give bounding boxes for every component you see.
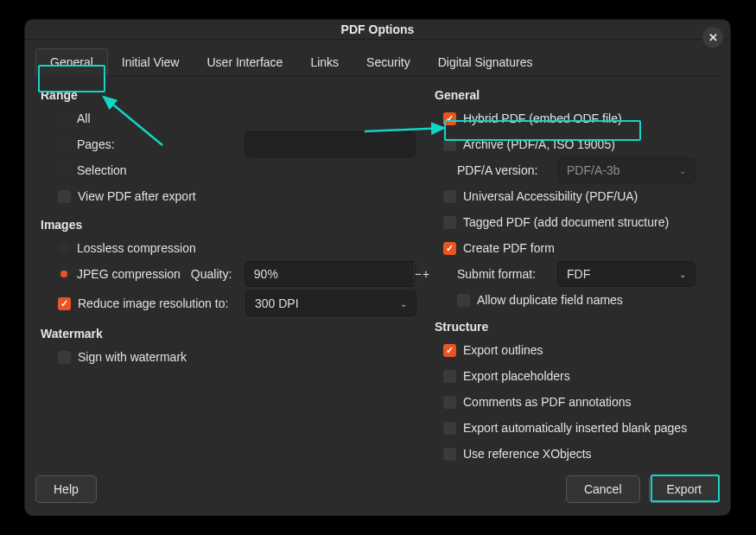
tab-user-interface[interactable]: User Interface — [193, 48, 296, 75]
tab-initial-view[interactable]: Initial View — [108, 48, 194, 75]
radio-pages — [58, 138, 70, 150]
dpi-value: 300 DPI — [255, 296, 299, 310]
pages-input[interactable] — [245, 131, 416, 157]
quality-spinner[interactable]: − + — [245, 261, 416, 287]
label-create-form: Create PDF form — [463, 241, 555, 255]
label-archive: Archive (PDF/A, ISO 19005) — [463, 137, 615, 151]
quality-value[interactable] — [245, 267, 414, 281]
check-hybrid-pdf[interactable] — [443, 112, 456, 125]
pdf-options-dialog: PDF Options ✕ General Initial View User … — [24, 19, 731, 516]
pdfa-combo: PDF/A-3b ⌄ — [557, 157, 696, 183]
submit-format-combo[interactable]: FDF ⌄ — [557, 261, 696, 287]
label-blank-pages: Export automatically inserted blank page… — [463, 421, 687, 435]
label-quality: Quality: — [191, 267, 238, 281]
check-xobjects[interactable] — [443, 448, 456, 461]
check-blank-pages[interactable] — [443, 422, 456, 435]
export-button[interactable]: Export — [649, 475, 720, 503]
section-range: Range — [41, 88, 433, 102]
pdfa-value: PDF/A-3b — [567, 163, 619, 177]
close-icon: ✕ — [708, 31, 718, 44]
minus-icon: − — [415, 267, 422, 281]
radio-lossless[interactable] — [58, 242, 70, 254]
label-xobjects: Use reference XObjects — [463, 447, 592, 461]
label-selection: Selection — [77, 163, 127, 177]
label-pdfa-version: PDF/A version: — [457, 163, 550, 177]
check-archive[interactable] — [443, 138, 456, 151]
label-tagged-pdf: Tagged PDF (add document structure) — [463, 215, 669, 229]
check-tagged-pdf[interactable] — [443, 216, 456, 229]
bottom-bar: Help Cancel Export — [25, 467, 730, 515]
radio-selection — [58, 164, 70, 176]
left-column: Range All Pages: Selection View PDF afte… — [35, 83, 433, 467]
radio-all — [58, 112, 70, 124]
quality-plus[interactable]: + — [422, 262, 429, 286]
plus-icon: + — [422, 267, 429, 281]
check-create-form[interactable] — [443, 242, 456, 255]
tab-links[interactable]: Links — [296, 48, 353, 75]
label-all: All — [77, 111, 91, 125]
dpi-combo[interactable]: 300 DPI ⌄ — [245, 290, 416, 316]
label-pages: Pages: — [77, 137, 238, 151]
section-general: General — [435, 88, 720, 102]
section-watermark: Watermark — [41, 327, 433, 341]
close-button[interactable]: ✕ — [702, 27, 723, 48]
label-jpeg: JPEG compression — [77, 267, 181, 281]
label-universal-accessibility: Universal Accessibility (PDF/UA) — [463, 189, 638, 203]
check-sign-watermark[interactable] — [58, 351, 71, 364]
label-duplicate-fields: Allow duplicate field names — [477, 293, 623, 307]
label-lossless: Lossless compression — [77, 241, 196, 255]
check-view-after-export[interactable] — [58, 190, 71, 203]
label-view-after-export: View PDF after export — [78, 189, 196, 203]
check-universal-accessibility[interactable] — [443, 190, 456, 203]
chevron-down-icon: ⌄ — [679, 166, 686, 175]
titlebar: PDF Options ✕ — [25, 20, 730, 40]
window-title: PDF Options — [341, 22, 415, 36]
section-images: Images — [41, 218, 433, 232]
tab-general[interactable]: General — [35, 48, 108, 76]
tab-digital-signatures[interactable]: Digital Signatures — [424, 48, 547, 75]
check-export-placeholders[interactable] — [443, 370, 456, 383]
help-button[interactable]: Help — [35, 475, 97, 503]
submit-format-value: FDF — [567, 267, 590, 281]
label-sign-watermark: Sign with watermark — [78, 350, 187, 364]
tab-security[interactable]: Security — [353, 48, 424, 75]
label-submit-format: Submit format: — [457, 267, 550, 281]
label-export-outlines: Export outlines — [463, 343, 543, 357]
label-export-placeholders: Export placeholders — [463, 369, 570, 383]
section-structure: Structure — [435, 320, 720, 334]
check-export-outlines[interactable] — [443, 344, 456, 357]
label-hybrid-pdf: Hybrid PDF (embed ODF file) — [463, 111, 622, 125]
quality-minus[interactable]: − — [414, 262, 422, 286]
label-comments-annotations: Comments as PDF annotations — [463, 395, 632, 409]
radio-jpeg[interactable] — [58, 268, 70, 280]
right-column: General Hybrid PDF (embed ODF file) Arch… — [433, 83, 720, 467]
check-reduce-resolution[interactable] — [58, 297, 71, 310]
check-comments-annotations[interactable] — [443, 396, 456, 409]
cancel-button[interactable]: Cancel — [566, 475, 640, 503]
pane-general: Range All Pages: Selection View PDF afte… — [35, 76, 720, 467]
content-area: General Initial View User Interface Link… — [25, 40, 730, 467]
label-reduce-resolution: Reduce image resolution to: — [78, 296, 238, 310]
tab-bar: General Initial View User Interface Link… — [35, 48, 720, 76]
check-duplicate-fields[interactable] — [457, 294, 470, 307]
chevron-down-icon: ⌄ — [679, 270, 686, 279]
chevron-down-icon: ⌄ — [400, 299, 407, 309]
